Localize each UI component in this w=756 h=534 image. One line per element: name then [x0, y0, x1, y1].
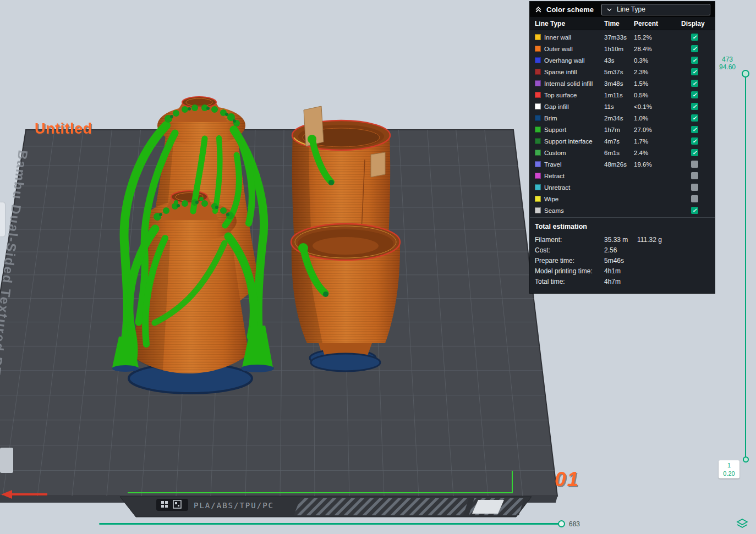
line-type-label: Unretract [544, 184, 570, 191]
layer-slider-bottom-readout: 1 0.20 [719, 460, 739, 478]
line-type-swatch [535, 161, 541, 167]
line-type-table: Inner wall 37m33s 15.2% Outer wall 1h10m… [530, 30, 715, 217]
line-type-swatch [535, 126, 541, 133]
line-type-row: Travel 48m26s 19.6% [530, 158, 715, 170]
line-type-percent: 1.7% [634, 138, 681, 145]
layer-slider-handle-top[interactable] [742, 70, 749, 78]
display-checkbox[interactable] [691, 172, 698, 179]
line-type-time: 11s [604, 103, 634, 110]
total-value-2: 111.32 g [637, 236, 708, 244]
line-type-label: Support [544, 126, 566, 133]
layer-slider-handle-bottom[interactable] [743, 456, 749, 463]
line-type-swatch [535, 80, 541, 86]
layer-number: 473 [714, 56, 741, 63]
line-type-label: Sparse infill [544, 69, 577, 75]
move-slider-handle[interactable] [558, 520, 565, 527]
display-checkbox[interactable] [691, 68, 698, 75]
total-value-1: 35.33 m [604, 236, 637, 244]
line-type-swatch [535, 138, 541, 144]
display-checkbox[interactable] [691, 195, 698, 202]
plate-number: 01 [555, 468, 579, 491]
col-display: Display [681, 20, 708, 27]
display-checkbox[interactable] [691, 80, 698, 87]
display-checkbox[interactable] [691, 103, 698, 110]
total-row: Prepare time: 5m46s [535, 255, 708, 266]
line-type-label: Support interface [544, 138, 593, 145]
build-plate[interactable] [0, 130, 557, 496]
line-type-label: Top surface [544, 92, 577, 98]
display-checkbox[interactable] [691, 57, 698, 64]
line-type-row: Support interface 4m7s 1.7% [530, 135, 715, 147]
line-type-row: Top surface 1m11s 0.5% [530, 89, 715, 101]
total-row: Filament: 35.33 m 111.32 g [535, 234, 708, 245]
total-value-1: 5m46s [604, 257, 637, 265]
line-type-time: 3m48s [604, 80, 634, 87]
line-type-swatch [535, 92, 541, 98]
layers-icon[interactable] [736, 519, 748, 532]
display-checkbox[interactable] [691, 126, 698, 133]
model-right-group[interactable] [291, 106, 400, 371]
line-type-label: Brim [544, 115, 557, 122]
line-type-swatch [535, 57, 541, 63]
move-slider-track[interactable] [99, 523, 561, 525]
line-type-swatch [535, 173, 541, 179]
display-checkbox[interactable] [691, 149, 698, 156]
corner-tool-chip[interactable] [0, 448, 13, 473]
line-type-label: Overhang wall [544, 57, 585, 64]
display-checkbox[interactable] [691, 45, 698, 52]
line-type-row: Custom 6m1s 2.4% [530, 147, 715, 158]
line-type-row: Internal solid infill 3m48s 1.5% [530, 78, 715, 89]
line-type-percent: 0.5% [634, 92, 681, 98]
layer-height: 94.60 [714, 63, 741, 71]
line-type-swatch [535, 34, 541, 40]
display-checkbox[interactable] [691, 184, 698, 191]
line-type-row: Support 1h7m 27.0% [530, 124, 715, 135]
panel-title: Color scheme [546, 5, 594, 14]
view-type-dropdown[interactable]: Line Type [601, 4, 710, 15]
line-type-row: Outer wall 1h10m 28.4% [530, 43, 715, 54]
line-type-swatch [535, 103, 541, 109]
table-header: Line Type Time Percent Display [530, 17, 715, 30]
total-value-1: 4h7m [604, 278, 637, 285]
line-type-swatch [535, 115, 541, 121]
display-checkbox[interactable] [691, 137, 698, 145]
color-scheme-panel: Color scheme Line Type Line Type Time Pe… [530, 2, 715, 293]
line-type-time: 4m7s [604, 138, 634, 145]
display-checkbox[interactable] [691, 34, 698, 41]
line-type-percent: 15.2% [634, 34, 681, 41]
collapse-panel-icon[interactable] [534, 5, 543, 14]
col-line-type: Line Type [535, 20, 604, 27]
total-row: Total time: 4h7m [535, 276, 708, 287]
support-sheet [371, 152, 385, 177]
plate-front-strip: PLA/ABS/TPU/PC [120, 497, 532, 517]
line-type-percent: 28.4% [634, 46, 681, 52]
line-type-label: Retract [544, 173, 565, 179]
line-type-percent: 27.0% [634, 126, 681, 133]
line-type-row: Inner wall 37m33s 15.2% [530, 31, 715, 43]
line-type-swatch [535, 184, 541, 190]
line-type-percent: 0.3% [634, 57, 681, 64]
line-type-swatch [535, 69, 541, 75]
display-checkbox[interactable] [691, 114, 698, 122]
total-label: Cost: [535, 246, 604, 254]
line-type-label: Travel [544, 161, 562, 168]
display-checkbox[interactable] [691, 161, 698, 168]
line-type-percent: 2.4% [634, 150, 681, 156]
line-type-swatch [535, 46, 541, 52]
move-slider-value: 683 [569, 520, 580, 528]
display-checkbox[interactable] [691, 207, 698, 214]
line-type-label: Gap infill [544, 103, 569, 110]
col-time: Time [604, 20, 634, 27]
display-checkbox[interactable] [691, 91, 698, 98]
layer-slider-track[interactable] [745, 74, 746, 459]
line-type-percent: <0.1% [634, 103, 681, 110]
line-type-percent: 19.6% [634, 161, 681, 168]
line-type-swatch [535, 196, 541, 202]
total-estimation-section: Total estimation Filament: 35.33 m 111.3… [530, 217, 715, 293]
line-type-row: Brim 2m34s 1.0% [530, 112, 715, 124]
sidebar-collapse-tab[interactable] [0, 202, 5, 236]
total-label: Total time: [535, 278, 604, 285]
line-type-time: 37m33s [604, 34, 634, 41]
line-type-percent: 1.5% [634, 80, 681, 87]
line-type-label: Seams [544, 207, 564, 214]
